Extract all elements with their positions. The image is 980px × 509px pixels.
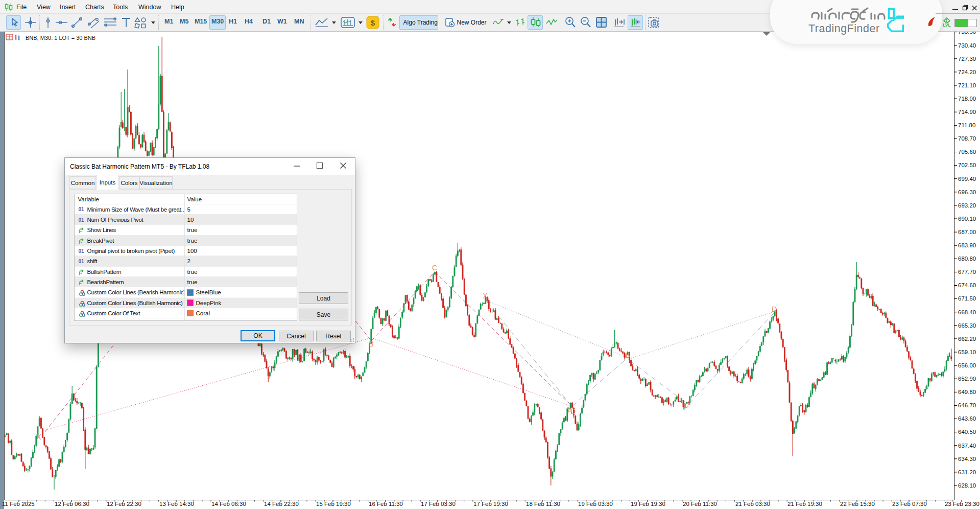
- svg-text:C: C: [683, 401, 688, 409]
- svg-text:14 Feb 06:30: 14 Feb 06:30: [211, 501, 246, 507]
- svg-text:708.70: 708.70: [958, 135, 976, 142]
- svg-text:640.50: 640.50: [958, 429, 976, 435]
- svg-text:C: C: [432, 264, 437, 272]
- svg-text:652.90: 652.90: [958, 376, 976, 382]
- svg-text:665.30: 665.30: [958, 322, 976, 329]
- svg-text:634.30: 634.30: [958, 456, 976, 462]
- svg-text:X: X: [36, 433, 41, 441]
- svg-text:D: D: [772, 305, 777, 313]
- svg-text:643.60: 643.60: [958, 415, 976, 422]
- svg-text:705.60: 705.60: [958, 149, 976, 155]
- svg-text:17 Feb 03:30: 17 Feb 03:30: [421, 501, 456, 507]
- svg-text:699.40: 699.40: [958, 176, 976, 182]
- svg-text:18 Feb 11:30: 18 Feb 11:30: [526, 501, 560, 507]
- svg-text:631.20: 631.20: [958, 469, 976, 475]
- svg-text:730.40: 730.40: [958, 42, 976, 49]
- svg-text:718.00: 718.00: [958, 96, 976, 102]
- svg-text:21 Feb 19:30: 21 Feb 19:30: [787, 501, 822, 507]
- svg-text:12 Feb 22:30: 12 Feb 22:30: [107, 501, 141, 507]
- svg-text:D: D: [570, 407, 576, 415]
- svg-text:11 Feb 2025: 11 Feb 2025: [2, 501, 35, 507]
- svg-text:659.10: 659.10: [958, 349, 976, 355]
- svg-text:668.40: 668.40: [958, 309, 976, 315]
- svg-text:20 Feb 11:30: 20 Feb 11:30: [683, 501, 717, 507]
- svg-text:702.50: 702.50: [958, 162, 976, 168]
- svg-text:714.90: 714.90: [958, 109, 976, 115]
- svg-text:16 Feb 11:30: 16 Feb 11:30: [369, 501, 403, 507]
- svg-text:B: B: [625, 351, 630, 359]
- svg-text:724.20: 724.20: [958, 69, 976, 75]
- svg-text:687.00: 687.00: [958, 229, 976, 235]
- svg-text:656.00: 656.00: [958, 362, 976, 368]
- svg-text:B: B: [369, 340, 373, 348]
- svg-text:19 Feb 19:30: 19 Feb 19:30: [631, 501, 665, 507]
- svg-text:677.70: 677.70: [958, 269, 976, 275]
- svg-text:TradingFinder: TradingFinder: [808, 22, 880, 35]
- svg-text:671.50: 671.50: [958, 295, 976, 302]
- svg-text:628.10: 628.10: [958, 482, 976, 489]
- svg-text:X: X: [483, 292, 488, 300]
- svg-text:674.60: 674.60: [958, 282, 976, 288]
- svg-text:12 Feb 06:30: 12 Feb 06:30: [55, 501, 89, 507]
- svg-text:19 Feb 03:30: 19 Feb 03:30: [578, 501, 613, 507]
- svg-text:680.80: 680.80: [958, 256, 976, 262]
- svg-text:721.10: 721.10: [958, 82, 976, 88]
- svg-text:21 Feb 03:30: 21 Feb 03:30: [735, 501, 770, 507]
- svg-text:637.40: 637.40: [958, 443, 976, 449]
- svg-text:LVL: LVL: [943, 22, 950, 28]
- svg-text:646.70: 646.70: [958, 402, 976, 408]
- svg-text:693.20: 693.20: [958, 202, 976, 209]
- svg-text:727.30: 727.30: [958, 56, 976, 62]
- svg-text:13 Feb 14:30: 13 Feb 14:30: [159, 501, 194, 507]
- svg-text:649.80: 649.80: [958, 389, 976, 395]
- svg-text:696.30: 696.30: [958, 189, 976, 195]
- svg-text:662.20: 662.20: [958, 336, 976, 342]
- svg-text:23 Feb 07:30: 23 Feb 07:30: [892, 501, 927, 507]
- svg-text:690.10: 690.10: [958, 216, 976, 222]
- svg-text:15 Feb 19:30: 15 Feb 19:30: [316, 501, 351, 507]
- svg-text:$: $: [371, 18, 375, 27]
- svg-text:BNB, M30: 1 LOT = 30 BNB: BNB, M30: 1 LOT = 30 BNB: [26, 35, 95, 41]
- svg-text:711.80: 711.80: [958, 122, 975, 128]
- svg-text:22 Feb 15:30: 22 Feb 15:30: [840, 501, 875, 507]
- svg-text:17 Feb 19:30: 17 Feb 19:30: [473, 501, 508, 507]
- svg-text:683.90: 683.90: [958, 242, 976, 248]
- svg-text:23 Feb 23:30: 23 Feb 23:30: [945, 501, 979, 507]
- svg-text:14 Feb 22:30: 14 Feb 22:30: [264, 501, 299, 507]
